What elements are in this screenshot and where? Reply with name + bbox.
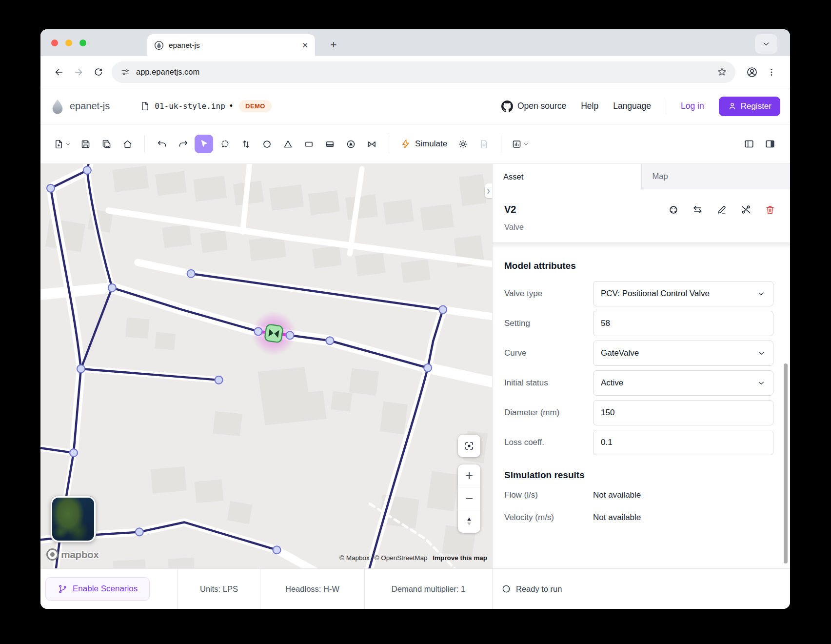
asset-actions (668, 204, 775, 215)
reload-icon (93, 67, 103, 77)
minimize-window-button[interactable] (65, 40, 72, 46)
attribute-label: Curve (504, 348, 593, 358)
chevron-down-icon (757, 379, 766, 387)
zoom-window-button[interactable] (79, 40, 86, 46)
valve-type-select[interactable]: PCV: Positional Control Valve (593, 281, 773, 306)
toggle-right-panel-button[interactable] (761, 135, 779, 153)
panel-tabs: Asset Map (493, 164, 790, 189)
improve-map-link[interactable]: Improve this map (433, 554, 487, 562)
mapbox-attribution-link[interactable]: © Mapbox (339, 554, 370, 562)
profile-icon (746, 66, 758, 78)
open-source-link[interactable]: Open source (501, 101, 566, 112)
fit-to-network-button[interactable] (458, 435, 480, 457)
attribute-row-loss-coeff: Loss coeff. (504, 430, 773, 455)
tab-search-button[interactable] (755, 34, 777, 54)
disconnect-icon[interactable] (740, 204, 752, 215)
file-group[interactable]: 01-uk-style.inp • DEMO (140, 100, 271, 112)
attribute-label: Valve type (504, 289, 593, 299)
setting-input[interactable] (593, 311, 773, 336)
map-layers-menu-button[interactable] (509, 135, 532, 153)
new-file-button[interactable] (51, 135, 74, 153)
zoom-in-button[interactable] (458, 464, 480, 487)
lasso-select-tool-button[interactable] (216, 135, 234, 153)
log-in-link[interactable]: Log in (681, 101, 704, 111)
tab-map[interactable]: Map (642, 164, 791, 189)
simulate-button[interactable]: Simulate (397, 139, 451, 149)
tab-map-label: Map (653, 172, 668, 181)
attribute-label: Setting (504, 319, 593, 328)
reverse-direction-icon[interactable] (692, 204, 703, 215)
register-button[interactable]: Register (719, 97, 780, 116)
valve-type-value: PCV: Positional Control Valve (601, 289, 710, 299)
toolbar-divider (144, 135, 145, 153)
back-arrow-icon (54, 67, 64, 78)
pump-tool-button[interactable] (341, 135, 360, 153)
mapbox-logo[interactable]: mapbox (46, 548, 99, 561)
address-bar[interactable]: app.epanetjs.com (112, 61, 735, 83)
edit-pencil-icon[interactable] (716, 204, 727, 215)
tank-level-tool-button[interactable] (320, 135, 339, 153)
headloss-setting[interactable]: Headloss: H-W (260, 569, 364, 609)
window-controls[interactable] (51, 40, 86, 46)
forward-button[interactable] (69, 62, 88, 82)
save-as-icon (101, 139, 112, 149)
tab-strip: epanet-js ✕ + (40, 29, 790, 56)
curve-select[interactable]: GateValve (593, 341, 773, 366)
bookmark-button[interactable] (716, 66, 728, 80)
panel-collapse-handle[interactable]: ❯ (485, 183, 492, 198)
satellite-layer-thumbnail[interactable] (51, 496, 96, 542)
github-icon (501, 101, 513, 112)
tab-asset-label: Asset (503, 172, 523, 181)
demand-multiplier-setting[interactable]: Demand multiplier: 1 (364, 569, 492, 609)
site-settings-icon[interactable] (120, 67, 130, 77)
toggle-left-panel-button[interactable] (740, 135, 758, 153)
reload-button[interactable] (88, 62, 108, 82)
status-circle-icon (501, 584, 511, 594)
draw-pipe-tool-button[interactable] (237, 135, 255, 153)
browser-tab[interactable]: epanet-js ✕ (147, 34, 315, 56)
help-link[interactable]: Help (581, 101, 598, 111)
reservoir-tool-button[interactable] (278, 135, 297, 153)
tank-tool-button[interactable] (299, 135, 318, 153)
home-icon (122, 139, 133, 149)
tab-close-icon[interactable]: ✕ (302, 41, 308, 50)
redo-button[interactable] (174, 135, 192, 153)
valve-tool-button[interactable] (362, 135, 381, 153)
asset-id: V2 (504, 204, 516, 215)
close-window-button[interactable] (51, 40, 58, 46)
person-icon (728, 101, 737, 111)
simulation-settings-button[interactable] (454, 135, 472, 153)
simulation-results-title: Simulation results (504, 470, 790, 481)
header-nav: Open source Help Language Log in Registe… (501, 97, 780, 116)
osm-attribution-link[interactable]: © OpenStreetMap (374, 554, 427, 562)
loss-coeff-input[interactable] (593, 430, 773, 455)
redo-icon (178, 139, 188, 149)
profile-button[interactable] (742, 62, 762, 82)
map-canvas[interactable]: ❯ mapbox (40, 164, 492, 568)
language-label: Language (613, 101, 651, 111)
network-map[interactable] (40, 164, 492, 568)
save-button[interactable] (76, 135, 95, 153)
diameter-input[interactable] (593, 400, 773, 425)
undo-icon (157, 139, 167, 149)
panel-scrollbar[interactable] (784, 363, 788, 564)
new-tab-button[interactable]: + (325, 36, 342, 54)
locate-on-map-icon[interactable] (668, 204, 679, 215)
epanet-logo-icon (50, 99, 65, 114)
junction-tool-button[interactable] (257, 135, 276, 153)
zoom-out-button[interactable] (458, 487, 480, 510)
selected-valve[interactable] (264, 324, 283, 342)
save-as-button[interactable] (97, 135, 116, 153)
pitch-toggle-button[interactable] (458, 510, 480, 533)
initial-status-select[interactable]: Active (593, 370, 773, 396)
tab-asset[interactable]: Asset (493, 164, 642, 189)
browser-menu-button[interactable] (762, 62, 781, 82)
home-button[interactable] (118, 135, 137, 153)
units-setting[interactable]: Units: LPS (178, 569, 260, 609)
undo-button[interactable] (153, 135, 171, 153)
back-button[interactable] (49, 62, 69, 82)
language-link[interactable]: Language (613, 101, 651, 111)
select-tool-button[interactable] (195, 135, 213, 153)
delete-trash-icon[interactable] (765, 204, 775, 215)
enable-scenarios-button[interactable]: Enable Scenarios (45, 577, 150, 601)
